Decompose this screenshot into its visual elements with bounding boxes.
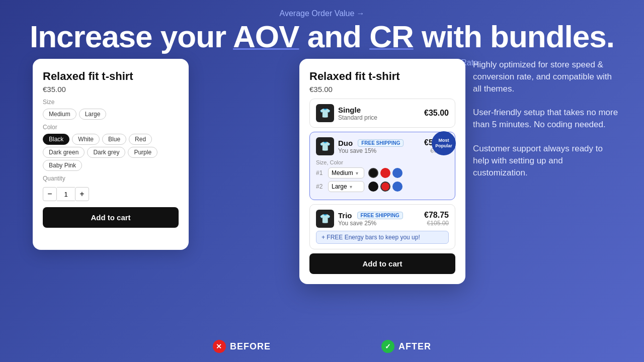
size-label: Size [43,99,179,106]
color-pill-black[interactable]: Black [43,134,69,145]
bundle-duo-name: Duo [338,139,353,147]
quantity-decrease-button[interactable]: − [43,187,57,201]
after-check-icon: ✓ [381,340,394,353]
bundle-single[interactable]: 👕 Single Standard price €35.00 [309,99,455,128]
row1-color-dots [368,168,403,178]
duo-free-shipping-tag: FREE SHIPPING [358,139,404,147]
feature-text-1: Highly optimized for store speed & conve… [473,59,619,95]
feature-item-2: User-friendly setup that takes no more t… [448,107,619,131]
row1-color-blue[interactable] [392,168,403,178]
row2-color-red[interactable] [380,182,390,192]
header: Average Order Value Increase your AOV an… [0,0,644,53]
row2-size-select[interactable]: Large▾ [328,181,364,192]
before-label: ✕ BEFORE [213,340,271,353]
color-pill-group: Black White Blue Red [43,134,179,145]
color-pill-darkgreen[interactable]: Dark green [43,147,85,158]
before-add-to-cart-button[interactable]: Add to cart [43,207,179,228]
tshirt-icon-trio: 👕 [316,210,334,228]
row2-color-black[interactable] [368,182,378,192]
before-x-icon: ✕ [213,340,226,353]
before-text: BEFORE [230,341,271,352]
quantity-row: − 1 + [43,187,179,201]
quantity-increase-button[interactable]: + [75,187,89,201]
bundle-trio-name: Trio [338,211,352,220]
row2-color-dots [368,182,403,192]
trio-free-shipping-tag: FREE SHIPPING [357,212,403,219]
headline-part3: with bundles. [414,19,614,54]
bundle-trio-original-price: €105.00 [424,220,449,227]
after-add-to-cart-button[interactable]: Add to cart [309,253,455,274]
bundle-duo[interactable]: Most Popular 👕 Duo FREE SHIPPING You sav… [309,132,455,200]
row1-color-black[interactable] [368,168,378,178]
after-card: Relaxed fit t-shirt €35.00 👕 Single Stan… [299,59,465,284]
headline-part1: Increase your [30,19,233,54]
row1-num: #1 [316,169,324,176]
color-pill-group-2: Dark green Dark grey Purple [43,147,179,158]
duo-selector-row-1: #1 Medium▾ [316,167,449,178]
after-text: AFTER [398,341,431,352]
avg-order-label: Average Order Value [280,9,365,18]
trio-free-bar: + FREE Energy bars to keep you up! [316,231,449,244]
content-area: Relaxed fit t-shirt €35.00 Size Medium L… [0,53,644,284]
duo-selector-row-2: #2 Large▾ [316,181,449,192]
headline-cr: CR [369,19,414,54]
bundle-trio-price: €78.75 [424,211,449,220]
bundle-duo-sub: You save 15% [338,147,404,154]
bundle-single-name: Single [338,106,377,114]
row1-size-select[interactable]: Medium▾ [328,167,364,178]
bundle-single-sub: Standard price [338,114,377,121]
color-pill-white[interactable]: White [72,134,100,145]
bundle-single-price: €35.00 [424,109,449,118]
bundle-trio-sub: You save 25% [338,220,403,227]
color-pill-darkgrey[interactable]: Dark grey [87,147,125,158]
feature-text-2: User-friendly setup that takes no more t… [473,107,619,131]
tshirt-icon-duo: 👕 [316,137,334,155]
color-pill-red[interactable]: Red [129,134,152,145]
row2-color-blue[interactable] [392,182,403,192]
features-panel: Highly optimized for store speed & conve… [448,59,619,191]
color-pill-blue[interactable]: Blue [102,134,126,145]
quantity-value: 1 [57,187,75,201]
before-card: Relaxed fit t-shirt €35.00 Size Medium L… [33,59,189,250]
headline-aov: AOV [233,19,299,54]
color-pill-babypink[interactable]: Baby Pink [43,160,82,171]
size-pill-medium[interactable]: Medium [43,109,76,120]
bundle-trio[interactable]: 👕 Trio FREE SHIPPING You save 25% €78.75… [309,204,455,249]
bottom-labels: ✕ BEFORE ✓ AFTER [0,340,644,353]
row2-num: #2 [316,183,324,190]
after-card-price: €35.00 [309,85,455,94]
feature-item-1: Highly optimized for store speed & conve… [448,59,619,95]
headline-part2: and [299,19,369,54]
color-pill-purple[interactable]: Purple [128,147,157,158]
before-card-price: €35.00 [43,85,179,94]
size-pill-large[interactable]: Large [79,109,107,120]
duo-selectors: Size, Color #1 Medium▾ #2 Large▾ [316,159,449,192]
quantity-label: Quantity [43,175,179,182]
color-pill-group-3: Baby Pink [43,160,179,171]
feature-item-3: Customer support always ready to help wi… [448,143,619,178]
tshirt-icon-single: 👕 [316,104,334,122]
main-headline: Increase your AOV and CR with bundles. [0,20,644,53]
after-label: ✓ AFTER [381,340,431,353]
row1-color-red[interactable] [380,168,390,178]
color-label: Color [43,124,179,131]
feature-text-3: Customer support always ready to help wi… [473,143,619,178]
most-popular-badge: Most Popular [432,131,456,155]
after-card-title: Relaxed fit t-shirt [309,70,455,83]
size-pill-group: Medium Large [43,109,179,120]
before-card-title: Relaxed fit t-shirt [43,70,179,83]
